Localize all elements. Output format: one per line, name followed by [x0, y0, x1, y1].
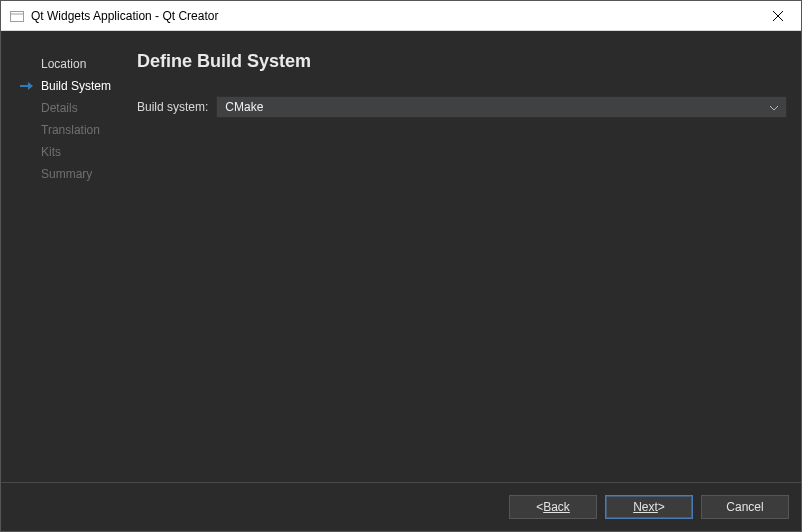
build-system-label: Build system: — [137, 100, 208, 114]
back-mnemonic: Back — [543, 500, 570, 514]
step-label: Location — [41, 57, 86, 71]
cancel-button[interactable]: Cancel — [701, 495, 789, 519]
step-build-system: Build System — [19, 75, 137, 97]
step-label: Details — [41, 101, 78, 115]
build-system-select[interactable]: CMake — [216, 96, 787, 118]
chevron-down-icon — [770, 100, 778, 114]
arrow-right-icon — [19, 81, 35, 91]
wizard-content: Define Build System Build system: CMake — [137, 31, 801, 482]
build-system-row: Build system: CMake — [137, 96, 787, 118]
titlebar-left: Qt Widgets Application - Qt Creator — [9, 8, 218, 24]
svg-rect-0 — [11, 11, 24, 21]
next-mnemonic: Next — [633, 500, 658, 514]
window-title: Qt Widgets Application - Qt Creator — [31, 9, 218, 23]
app-icon — [9, 8, 25, 24]
build-system-value: CMake — [225, 100, 263, 114]
wizard-steps-sidebar: Location Build System Details Translatio… — [1, 31, 137, 482]
step-label: Summary — [41, 167, 92, 181]
cancel-label: Cancel — [726, 500, 763, 514]
wizard-footer: < Back Next > Cancel — [1, 483, 801, 531]
step-label: Translation — [41, 123, 100, 137]
next-button[interactable]: Next > — [605, 495, 693, 519]
back-button[interactable]: < Back — [509, 495, 597, 519]
step-kits: Kits — [19, 141, 137, 163]
close-icon — [773, 11, 783, 21]
step-translation: Translation — [19, 119, 137, 141]
close-button[interactable] — [755, 1, 801, 31]
step-location: Location — [19, 53, 137, 75]
main-split: Location Build System Details Translatio… — [1, 31, 801, 482]
page-title: Define Build System — [137, 51, 787, 72]
step-label: Build System — [41, 79, 111, 93]
step-summary: Summary — [19, 163, 137, 185]
titlebar: Qt Widgets Application - Qt Creator — [1, 1, 801, 31]
step-details: Details — [19, 97, 137, 119]
wizard-body: Location Build System Details Translatio… — [1, 31, 801, 531]
step-label: Kits — [41, 145, 61, 159]
